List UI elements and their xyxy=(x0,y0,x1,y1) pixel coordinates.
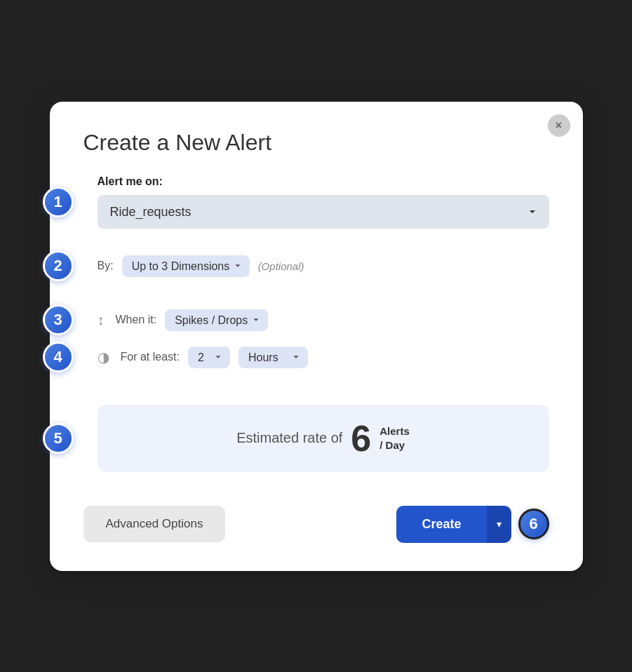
alert-on-select[interactable]: Ride_requests Driver_requests Completed_… xyxy=(98,195,549,229)
step4-label: For at least: xyxy=(121,351,180,363)
create-alert-modal: × Create a New Alert 1 Alert me on: Ride… xyxy=(50,102,583,571)
spikes-drops-icon: ↕ xyxy=(98,312,105,328)
modal-title: Create a New Alert xyxy=(83,130,549,156)
step-badge-4: 4 xyxy=(43,342,74,372)
step-badge-6: 6 xyxy=(518,509,549,539)
step-badge-5: 5 xyxy=(43,423,74,454)
estimated-rate-box: Estimated rate of 6 Alerts / Day xyxy=(98,405,549,472)
duration-unit-select[interactable]: Hours Minutes Days xyxy=(238,347,308,368)
modal-footer: Advanced Options Create ▾ 6 xyxy=(83,506,549,543)
create-dropdown-arrow[interactable]: ▾ xyxy=(487,506,511,543)
optional-label: (Optional) xyxy=(258,260,304,272)
step1-label: Alert me on: xyxy=(98,175,549,188)
clock-icon: ◑ xyxy=(98,349,109,365)
step2-label: By: xyxy=(98,260,114,272)
step-badge-3: 3 xyxy=(43,304,74,335)
estimated-rate-text: Estimated rate of xyxy=(236,430,342,446)
estimated-rate-unit: Alerts / Day xyxy=(379,424,410,452)
estimated-rate-number: 6 xyxy=(351,420,371,457)
step-badge-1: 1 xyxy=(43,187,74,217)
when-it-select[interactable]: Spikes / Drops Spikes Drops Changes by % xyxy=(165,309,268,331)
duration-number-select[interactable]: 1 2 3 4 5 6 12 24 xyxy=(188,347,230,368)
close-button[interactable]: × xyxy=(548,114,570,137)
create-button-group: Create ▾ xyxy=(396,506,511,543)
create-button[interactable]: Create xyxy=(396,506,486,543)
step-badge-2: 2 xyxy=(43,250,74,281)
advanced-options-button[interactable]: Advanced Options xyxy=(83,506,226,542)
dimensions-select[interactable]: Up to 3 Dimensions 1 Dimension 2 Dimensi… xyxy=(122,255,250,277)
step3-label: When it: xyxy=(116,314,157,326)
